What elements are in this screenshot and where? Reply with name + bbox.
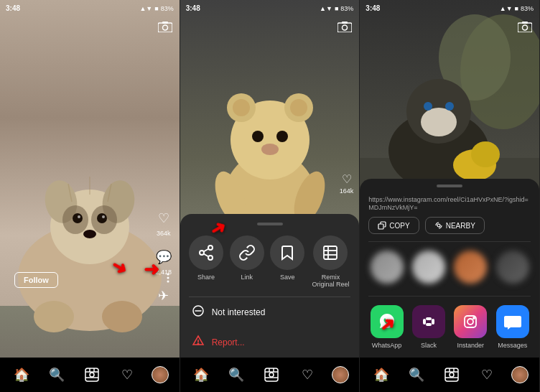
status-icons-1: ▲▼ ■ 83% <box>139 5 173 12</box>
nav-reels-3[interactable] <box>441 364 462 386</box>
not-interested-icon <box>192 304 205 320</box>
like-action[interactable]: ♡ 364k <box>154 208 174 237</box>
link-buttons: COPY NEARBY <box>368 217 531 234</box>
report-option[interactable]: Report... <box>180 327 360 358</box>
link-section: https://www.instagram.com/reel/Ci1aHVxPx… <box>360 192 539 238</box>
share-label-share: Share <box>197 274 215 281</box>
not-interested-option[interactable]: Not interested <box>180 297 360 327</box>
more-options-button[interactable] <box>162 272 174 286</box>
svg-point-1 <box>34 301 74 332</box>
svg-point-23 <box>90 373 94 377</box>
wifi-icon: ■ <box>154 5 158 12</box>
panel-3: 3:48 ▲▼ ■ 83% https://www.instagram.com/… <box>360 0 540 392</box>
svg-point-33 <box>290 99 307 116</box>
contact-avatar-2[interactable] <box>412 251 445 287</box>
slack-app[interactable]: Slack <box>412 305 445 349</box>
panel-1: 3:48 ▲▼ ■ 83% ♡ 364k 💬 2,418 ✈ <box>0 0 180 392</box>
wifi-icon-3: ■ <box>515 5 518 12</box>
nav-profile-2[interactable] <box>332 366 349 383</box>
contact-avatar-1[interactable] <box>371 251 404 287</box>
share-item-save[interactable]: Save <box>270 235 304 288</box>
link-url: https://www.instagram.com/reel/Ci1aHVxPx… <box>368 196 531 213</box>
nav-likes-3[interactable]: ♡ <box>476 364 498 386</box>
share-action[interactable]: ✈ <box>154 286 174 306</box>
instander-app[interactable]: Instander <box>454 305 487 349</box>
svg-point-84 <box>450 373 454 377</box>
share-item-share[interactable]: Share <box>189 235 223 288</box>
follow-button[interactable]: Follow <box>14 272 58 288</box>
blurred-avatar-2 <box>412 251 445 284</box>
camera-icon[interactable] <box>157 18 174 35</box>
drag-handle-3 <box>437 185 462 187</box>
time-2: 3:48 <box>186 4 200 12</box>
svg-line-46 <box>204 249 209 252</box>
heart-icon: ♡ <box>154 208 174 228</box>
nav-likes[interactable]: ♡ <box>116 364 138 386</box>
svg-point-42 <box>208 246 213 250</box>
svg-point-67 <box>424 102 432 111</box>
svg-point-19 <box>167 274 169 276</box>
contact-avatar-4[interactable] <box>496 251 529 287</box>
svg-point-56 <box>269 373 274 377</box>
svg-point-36 <box>261 144 279 155</box>
nav-profile[interactable] <box>152 366 169 383</box>
svg-rect-39 <box>338 23 352 32</box>
blurred-avatar-1 <box>371 251 404 284</box>
svg-point-21 <box>167 281 169 283</box>
whatsapp-label: WhatsApp <box>372 342 402 349</box>
bottom-nav-1: 🏠 🔍 ♡ <box>0 358 180 392</box>
svg-point-82 <box>473 317 475 319</box>
share-item-link[interactable]: Link <box>230 235 264 288</box>
svg-rect-83 <box>445 368 458 381</box>
copy-button[interactable]: COPY <box>368 217 419 234</box>
like-count: 364k <box>157 230 171 237</box>
blurred-avatar-3 <box>454 251 487 284</box>
svg-rect-22 <box>85 368 98 381</box>
battery-icon: 83% <box>161 5 174 12</box>
status-bar-2: 3:48 ▲▼ ■ 83% <box>180 0 360 14</box>
share-label-remix: Remix Original Reel <box>311 274 350 288</box>
svg-point-34 <box>252 131 264 142</box>
svg-point-44 <box>208 256 213 260</box>
save-icon-circle <box>270 235 304 270</box>
messages-app[interactable]: Messages <box>496 305 529 349</box>
nav-search-3[interactable]: 🔍 <box>406 364 427 386</box>
remix-icon-circle <box>313 235 348 270</box>
camera-icon-3[interactable] <box>516 18 534 35</box>
camera-icon-2[interactable] <box>336 18 353 35</box>
nav-likes-2[interactable]: ♡ <box>297 364 318 386</box>
nav-search[interactable]: 🔍 <box>46 364 68 386</box>
svg-point-70 <box>471 141 500 167</box>
svg-point-32 <box>233 99 250 116</box>
sheet-divider-2 <box>368 296 531 297</box>
svg-point-2 <box>102 301 142 332</box>
messages-icon <box>496 305 529 338</box>
instander-label: Instander <box>457 342 485 349</box>
svg-point-66 <box>421 108 457 136</box>
nav-home-2[interactable]: 🏠 <box>190 364 212 386</box>
nav-search-2[interactable]: 🔍 <box>225 364 247 386</box>
status-icons-2: ▲▼ ■ 83% <box>320 5 353 12</box>
share-item-remix[interactable]: Remix Original Reel <box>311 235 350 288</box>
nav-home-3[interactable]: 🏠 <box>371 364 392 386</box>
nearby-button[interactable]: NEARBY <box>425 217 485 234</box>
svg-rect-41 <box>342 22 348 24</box>
nav-reels[interactable] <box>81 364 103 386</box>
nav-reels-2[interactable] <box>261 364 282 386</box>
svg-point-11 <box>102 215 105 218</box>
blurred-avatar-4 <box>496 251 529 284</box>
time-1: 3:48 <box>6 4 20 12</box>
nav-profile-3[interactable] <box>511 366 529 383</box>
status-icons-3: ▲▼ ■ 83% <box>500 5 534 12</box>
svg-point-8 <box>73 213 83 223</box>
svg-point-10 <box>78 215 80 218</box>
signal-icon-3: ▲▼ <box>500 5 513 12</box>
nav-home[interactable]: 🏠 <box>11 364 32 386</box>
svg-point-68 <box>445 102 454 111</box>
svg-point-12 <box>83 230 96 238</box>
battery-icon-3: 83% <box>521 5 534 12</box>
svg-rect-55 <box>265 368 278 381</box>
status-bar-3: 3:48 ▲▼ ■ 83% <box>360 0 539 14</box>
contact-avatar-3[interactable] <box>454 251 487 287</box>
svg-point-9 <box>97 213 107 223</box>
